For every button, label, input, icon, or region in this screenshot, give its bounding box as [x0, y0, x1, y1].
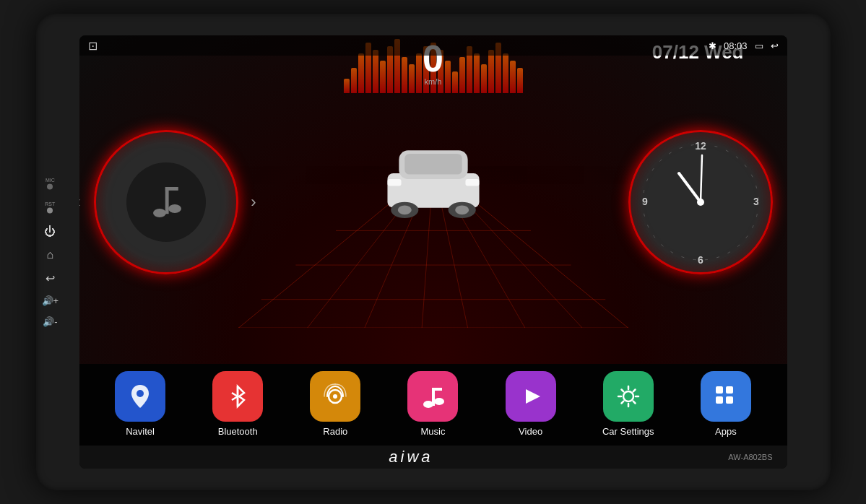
app-label-carsettings: Car Settings [602, 426, 654, 437]
car-silhouette-group [387, 150, 479, 218]
app-label-music: Music [421, 426, 446, 437]
app-icon-carsettings [603, 371, 654, 422]
app-icon-radio [310, 371, 360, 422]
rst-dot [47, 208, 53, 214]
svg-rect-45 [726, 396, 733, 404]
gauges-row: ‹ › [79, 40, 787, 364]
status-bar: ⊡ ✱ 08:03 ▭ ↩ [79, 35, 787, 56]
app-item-apps[interactable]: Apps [690, 371, 762, 437]
bluetooth-status-icon: ✱ [709, 40, 716, 51]
app-icon-navitel [115, 371, 165, 422]
app-label-radio: Radio [323, 426, 347, 437]
music-icon-circle [126, 162, 206, 242]
status-icons-group: ✱ 08:03 ▭ ↩ [709, 40, 779, 51]
clock-svg: 12 3 6 9 [632, 134, 769, 271]
bottom-bar: aiwa AW-A802BS [79, 446, 787, 469]
app-label-apps: Apps [715, 426, 737, 437]
svg-line-30 [679, 173, 701, 202]
music-gauge[interactable]: ‹ › [94, 130, 238, 274]
svg-point-36 [423, 401, 433, 408]
app-item-carsettings[interactable]: Car Settings [592, 371, 664, 437]
svg-text:6: 6 [698, 254, 703, 266]
volume-up-button[interactable]: 🔊+ [42, 295, 59, 306]
svg-line-31 [701, 155, 702, 202]
perspective-grid-svg [238, 76, 628, 328]
volume-down-button[interactable]: 🔊- [43, 316, 57, 327]
center-visual [238, 76, 628, 328]
svg-rect-44 [716, 396, 723, 404]
svg-point-1 [168, 204, 181, 213]
device-frame: MIC RST ⏻ ⌂ ↩ 🔊+ 🔊- ⊡ ✱ 08:03 [36, 14, 831, 490]
app-icon-bluetooth [212, 371, 263, 422]
svg-rect-23 [387, 179, 401, 186]
volume-down-icon: 🔊- [43, 316, 57, 327]
svg-point-22 [455, 205, 469, 214]
app-item-radio[interactable]: Radio [299, 371, 371, 437]
battery-icon: ▭ [755, 40, 763, 51]
svg-rect-24 [465, 179, 479, 186]
app-item-navitel[interactable]: Navitel [104, 371, 176, 437]
svg-rect-3 [165, 187, 178, 191]
svg-marker-40 [526, 389, 540, 404]
status-home-icon: ⊡ [88, 39, 98, 53]
clock-display: 08:03 [724, 40, 748, 51]
svg-rect-43 [726, 386, 733, 394]
svg-point-37 [434, 398, 444, 405]
rst-indicator: RST [45, 201, 55, 215]
dashboard-bg: 0 km/h 07/12 Wed [79, 35, 787, 364]
back-icon: ↩ [46, 271, 55, 285]
rst-label: RST [45, 201, 55, 207]
svg-point-33 [137, 390, 144, 397]
app-dock: NavitelBluetoothRadioMusicVideoCar Setti… [79, 364, 787, 446]
svg-point-0 [153, 209, 166, 217]
home-button[interactable]: ⌂ [46, 248, 53, 261]
app-item-video[interactable]: Video [495, 371, 567, 437]
side-buttons-panel: MIC RST ⏻ ⌂ ↩ 🔊+ 🔊- [42, 178, 59, 327]
mic-label: MIC [46, 178, 55, 183]
volume-up-icon: 🔊+ [42, 295, 59, 306]
svg-text:12: 12 [695, 140, 706, 152]
app-icon-video [506, 371, 556, 422]
svg-point-41 [623, 391, 633, 401]
status-back-icon: ↩ [771, 40, 779, 51]
svg-rect-18 [404, 154, 462, 175]
app-icon-apps [701, 371, 751, 422]
app-label-bluetooth: Bluetooth [218, 426, 258, 437]
app-label-navitel: Navitel [126, 426, 155, 437]
app-item-bluetooth[interactable]: Bluetooth [202, 371, 274, 437]
app-icon-music [407, 371, 458, 422]
clock-face: 12 3 6 9 [628, 130, 773, 274]
mic-indicator: MIC [46, 178, 55, 191]
power-button[interactable]: ⏻ [44, 225, 56, 238]
back-button[interactable]: ↩ [46, 271, 55, 285]
svg-rect-2 [165, 187, 168, 214]
speed-unit: km/h [423, 77, 443, 86]
clock-gauge: 12 3 6 9 [628, 130, 773, 274]
svg-text:9: 9 [642, 196, 648, 207]
main-content: 0 km/h 07/12 Wed [79, 35, 787, 364]
home-icon: ⌂ [46, 248, 53, 261]
svg-point-35 [333, 394, 337, 399]
model-name: AW-A802BS [728, 453, 772, 461]
svg-rect-39 [432, 388, 442, 391]
svg-point-21 [397, 205, 411, 214]
svg-point-32 [697, 199, 704, 206]
mic-dot [47, 184, 53, 190]
power-icon: ⏻ [44, 225, 56, 238]
prev-track-button[interactable]: ‹ [79, 193, 81, 212]
screen: ⊡ ✱ 08:03 ▭ ↩ 0 km/h 07/ [79, 35, 787, 469]
svg-rect-42 [716, 386, 723, 394]
music-note-icon [144, 181, 188, 224]
music-gauge-ring [94, 130, 238, 274]
app-label-video: Video [519, 426, 542, 437]
app-item-music[interactable]: Music [397, 371, 469, 437]
brand-name: aiwa [94, 448, 729, 466]
